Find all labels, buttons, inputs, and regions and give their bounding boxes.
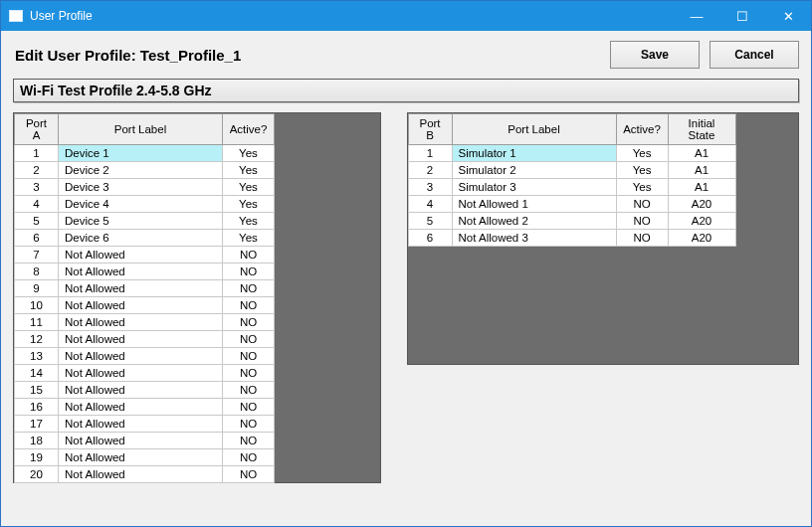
cancel-button[interactable]: Cancel bbox=[710, 41, 799, 69]
cell-port[interactable]: 14 bbox=[15, 365, 59, 382]
cell-label[interactable]: Not Allowed bbox=[59, 466, 223, 483]
cell-port[interactable]: 1 bbox=[408, 145, 452, 162]
cell-port[interactable]: 4 bbox=[15, 196, 59, 213]
cell-label[interactable]: Simulator 3 bbox=[452, 179, 616, 196]
cell-active[interactable]: Yes bbox=[616, 145, 668, 162]
close-button[interactable]: ✕ bbox=[765, 1, 811, 31]
cell-active[interactable]: Yes bbox=[223, 162, 275, 179]
cell-active[interactable]: Yes bbox=[616, 162, 668, 179]
cell-active[interactable]: Yes bbox=[223, 213, 275, 230]
cell-active[interactable]: NO bbox=[616, 230, 668, 247]
port-b-header-label[interactable]: Port Label bbox=[452, 114, 616, 145]
cell-label[interactable]: Not Allowed 3 bbox=[452, 230, 616, 247]
cell-active[interactable]: Yes bbox=[223, 179, 275, 196]
cell-port[interactable]: 10 bbox=[15, 297, 59, 314]
cell-label[interactable]: Not Allowed 1 bbox=[452, 196, 616, 213]
cell-port[interactable]: 6 bbox=[408, 230, 452, 247]
cell-port[interactable]: 13 bbox=[15, 348, 59, 365]
maximize-button[interactable]: ☐ bbox=[719, 1, 765, 31]
cell-port[interactable]: 5 bbox=[408, 213, 452, 230]
table-row[interactable]: 12Not AllowedNO bbox=[15, 331, 275, 348]
cell-label[interactable]: Simulator 2 bbox=[452, 162, 616, 179]
minimize-button[interactable]: — bbox=[674, 1, 719, 31]
table-row[interactable]: 7Not AllowedNO bbox=[15, 247, 275, 264]
cell-port[interactable]: 3 bbox=[15, 179, 59, 196]
cell-label[interactable]: Device 6 bbox=[59, 230, 223, 247]
port-b-header-active[interactable]: Active? bbox=[616, 114, 668, 145]
cell-label[interactable]: Not Allowed bbox=[59, 348, 223, 365]
cell-label[interactable]: Not Allowed bbox=[59, 416, 223, 433]
cell-active[interactable]: NO bbox=[223, 280, 275, 297]
titlebar[interactable]: User Profile — ☐ ✕ bbox=[1, 1, 811, 31]
cell-active[interactable]: NO bbox=[223, 247, 275, 264]
table-row[interactable]: 5Device 5Yes bbox=[15, 213, 275, 230]
table-row[interactable]: 15Not AllowedNO bbox=[15, 382, 275, 399]
cell-label[interactable]: Not Allowed 2 bbox=[452, 213, 616, 230]
cell-port[interactable]: 12 bbox=[15, 331, 59, 348]
table-row[interactable]: 2Device 2Yes bbox=[15, 162, 275, 179]
cell-init[interactable]: A20 bbox=[668, 196, 735, 213]
port-b-grid[interactable]: Port B Port Label Active? Initial State … bbox=[408, 113, 736, 247]
cell-active[interactable]: Yes bbox=[223, 145, 275, 162]
table-row[interactable]: 6Not Allowed 3NOA20 bbox=[408, 230, 735, 247]
cell-label[interactable]: Not Allowed bbox=[59, 365, 223, 382]
cell-label[interactable]: Not Allowed bbox=[59, 297, 223, 314]
cell-active[interactable]: NO bbox=[223, 399, 275, 416]
port-a-header-port[interactable]: Port A bbox=[15, 114, 59, 145]
cell-active[interactable]: NO bbox=[223, 416, 275, 433]
cell-port[interactable]: 2 bbox=[408, 162, 452, 179]
cell-label[interactable]: Simulator 1 bbox=[452, 145, 616, 162]
table-row[interactable]: 3Simulator 3YesA1 bbox=[408, 179, 735, 196]
cell-port[interactable]: 9 bbox=[15, 280, 59, 297]
cell-init[interactable]: A1 bbox=[668, 145, 735, 162]
table-row[interactable]: 8Not AllowedNO bbox=[15, 264, 275, 280]
cell-active[interactable]: NO bbox=[223, 264, 275, 280]
port-b-header-port[interactable]: Port B bbox=[408, 114, 452, 145]
table-row[interactable]: 5Not Allowed 2NOA20 bbox=[408, 213, 735, 230]
cell-label[interactable]: Device 1 bbox=[59, 145, 223, 162]
cell-port[interactable]: 6 bbox=[15, 230, 59, 247]
cell-label[interactable]: Not Allowed bbox=[59, 433, 223, 449]
cell-init[interactable]: A20 bbox=[668, 213, 735, 230]
table-row[interactable]: 1Simulator 1YesA1 bbox=[408, 145, 735, 162]
cell-label[interactable]: Device 4 bbox=[59, 196, 223, 213]
save-button[interactable]: Save bbox=[610, 41, 700, 69]
cell-port[interactable]: 18 bbox=[15, 433, 59, 449]
table-row[interactable]: 6Device 6Yes bbox=[15, 230, 275, 247]
cell-label[interactable]: Not Allowed bbox=[59, 264, 223, 280]
cell-label[interactable]: Device 2 bbox=[59, 162, 223, 179]
table-row[interactable]: 18Not AllowedNO bbox=[15, 433, 275, 449]
cell-port[interactable]: 20 bbox=[15, 466, 59, 483]
cell-init[interactable]: A1 bbox=[668, 179, 735, 196]
cell-port[interactable]: 7 bbox=[15, 247, 59, 264]
cell-port[interactable]: 3 bbox=[408, 179, 452, 196]
cell-active[interactable]: NO bbox=[223, 314, 275, 331]
cell-active[interactable]: NO bbox=[223, 449, 275, 466]
cell-init[interactable]: A20 bbox=[668, 230, 735, 247]
cell-active[interactable]: NO bbox=[223, 382, 275, 399]
cell-port[interactable]: 8 bbox=[15, 264, 59, 280]
table-row[interactable]: 4Not Allowed 1NOA20 bbox=[408, 196, 735, 213]
table-row[interactable]: 1Device 1Yes bbox=[15, 145, 275, 162]
cell-init[interactable]: A1 bbox=[668, 162, 735, 179]
table-row[interactable]: 10Not AllowedNO bbox=[15, 297, 275, 314]
cell-active[interactable]: NO bbox=[616, 213, 668, 230]
table-row[interactable]: 2Simulator 2YesA1 bbox=[408, 162, 735, 179]
port-a-grid[interactable]: Port A Port Label Active? 1Device 1Yes2D… bbox=[14, 113, 275, 483]
cell-label[interactable]: Not Allowed bbox=[59, 280, 223, 297]
cell-label[interactable]: Not Allowed bbox=[59, 331, 223, 348]
cell-active[interactable]: NO bbox=[223, 466, 275, 483]
cell-port[interactable]: 11 bbox=[15, 314, 59, 331]
cell-port[interactable]: 4 bbox=[408, 196, 452, 213]
cell-label[interactable]: Not Allowed bbox=[59, 314, 223, 331]
table-row[interactable]: 19Not AllowedNO bbox=[15, 449, 275, 466]
cell-active[interactable]: NO bbox=[223, 433, 275, 449]
cell-active[interactable]: Yes bbox=[223, 196, 275, 213]
cell-port[interactable]: 15 bbox=[15, 382, 59, 399]
cell-active[interactable]: Yes bbox=[616, 179, 668, 196]
cell-label[interactable]: Device 3 bbox=[59, 179, 223, 196]
cell-active[interactable]: NO bbox=[223, 331, 275, 348]
cell-active[interactable]: Yes bbox=[223, 230, 275, 247]
cell-port[interactable]: 17 bbox=[15, 416, 59, 433]
cell-active[interactable]: NO bbox=[223, 365, 275, 382]
